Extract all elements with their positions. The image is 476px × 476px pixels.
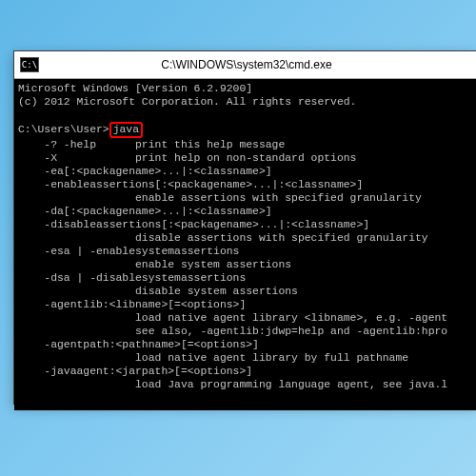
- prompt-prefix: C:\Users\User>: [18, 124, 109, 135]
- output-line: see also, -agentlib:jdwp=help and -agent…: [18, 326, 447, 337]
- cmd-window: C:\ C:\WINDOWS\system32\cmd.exe Microsof…: [13, 50, 476, 405]
- output-line: -disableassertions[:<packagename>...|:<c…: [18, 219, 369, 230]
- output-line: enable system assertions: [18, 259, 291, 270]
- output-line: load native agent library <libname>, e.g…: [18, 312, 447, 324]
- output-line: -esa | -enablesystemassertions: [18, 246, 239, 257]
- output-line: -javaagent:<jarpath>[=<options>]: [18, 366, 252, 377]
- titlebar[interactable]: C:\ C:\WINDOWS\system32\cmd.exe: [14, 51, 476, 79]
- output-line: -dsa | -disablesystemassertions: [18, 272, 246, 284]
- output-line: -enableassertions[:<packagename>...|:<cl…: [18, 179, 363, 190]
- typed-command: java: [109, 122, 143, 138]
- output-line: load Java programming language agent, se…: [18, 379, 447, 390]
- output-line: enable assertions with specified granula…: [18, 192, 422, 204]
- terminal-output[interactable]: Microsoft Windows [Version 6.2.9200] (c)…: [14, 79, 476, 410]
- banner-line: (c) 2012 Microsoft Corporation. All righ…: [18, 96, 356, 108]
- output-line: -agentlib:<libname>[=<options>]: [18, 299, 246, 310]
- output-line: load native agent library by full pathna…: [18, 352, 408, 364]
- output-line: disable assertions with specified granul…: [18, 232, 428, 244]
- output-line: -agentpath:<pathname>[=<options>]: [18, 339, 259, 350]
- output-line: disable system assertions: [18, 286, 298, 297]
- output-line: -X print help on non-standard options: [18, 152, 356, 164]
- output-line: -ea[:<packagename>...|:<classname>]: [18, 166, 272, 177]
- output-line: -da[:<packagename>...|:<classname>]: [18, 206, 272, 217]
- cmd-icon: C:\: [20, 57, 39, 72]
- banner-line: Microsoft Windows [Version 6.2.9200]: [18, 83, 252, 94]
- window-title: C:\WINDOWS\system32\cmd.exe: [47, 58, 446, 71]
- output-line: -? -help print this help message: [18, 139, 285, 150]
